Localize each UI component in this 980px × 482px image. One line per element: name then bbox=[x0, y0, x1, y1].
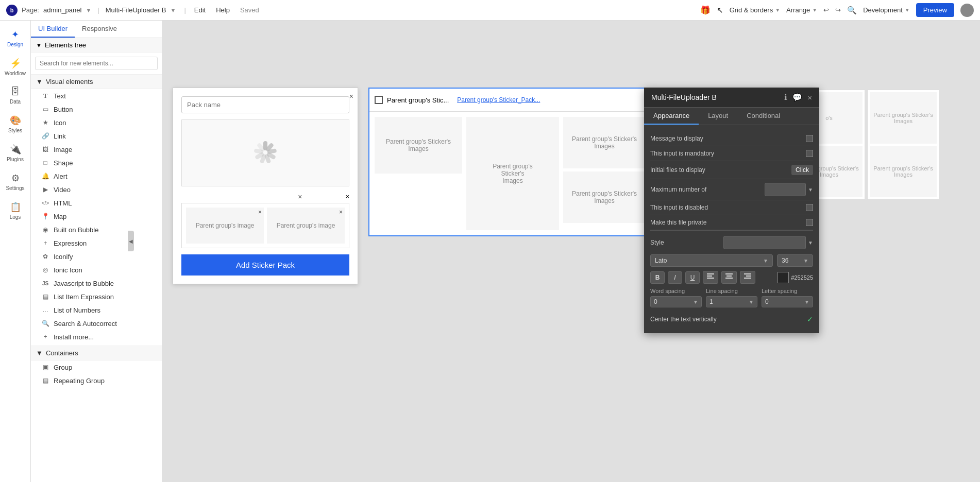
sidebar-item-ionic[interactable]: ◎ Ionic Icon bbox=[31, 263, 162, 277]
sidebar-item-button[interactable]: ▭ Button bbox=[31, 102, 162, 116]
expression-icon: + bbox=[41, 239, 49, 247]
nav-settings[interactable]: ⚙ Settings bbox=[0, 168, 30, 195]
grid-borders-btn[interactable]: Grid & borders ▼ bbox=[730, 6, 780, 14]
sidebar-item-alert[interactable]: 🔔 Alert bbox=[31, 169, 162, 183]
private-checkbox[interactable] bbox=[806, 219, 813, 226]
center-vertical-check[interactable]: ✓ bbox=[807, 315, 813, 323]
avatar[interactable] bbox=[960, 4, 974, 17]
nav-workflow[interactable]: ⚡ Workflow bbox=[0, 54, 30, 80]
sticker-panel-checkbox[interactable] bbox=[375, 96, 383, 104]
letter-spacing-control[interactable]: 0 ▼ bbox=[762, 296, 813, 307]
sidebar-item-js[interactable]: JS Javascript to Bubble bbox=[31, 277, 162, 290]
max-number-dropdown[interactable] bbox=[765, 183, 806, 196]
word-spacing-control[interactable]: 0 ▼ bbox=[650, 296, 702, 307]
page-dropdown-icon[interactable]: ▼ bbox=[86, 7, 91, 13]
color-swatch[interactable] bbox=[778, 272, 789, 283]
arrange-btn[interactable]: Arrange ▼ bbox=[786, 6, 817, 14]
tab-name[interactable]: Multi-FileUploader B bbox=[106, 6, 166, 14]
sidebar-item-repeating-group[interactable]: ▤ Repeating Group bbox=[31, 374, 162, 387]
sidebar-item-group[interactable]: ▣ Group bbox=[31, 360, 162, 374]
nav-styles[interactable]: 🎨 Styles bbox=[0, 111, 30, 137]
sidebar-item-image[interactable]: 🖼 Image bbox=[31, 143, 162, 156]
sticker-panel-title: Parent group's Stic... bbox=[387, 96, 449, 104]
upload-cell-close-1[interactable]: × bbox=[258, 209, 262, 216]
tab-layout[interactable]: Layout bbox=[699, 108, 737, 125]
video-icon: ▶ bbox=[41, 185, 49, 194]
undo-btn[interactable]: ↩ bbox=[823, 6, 829, 14]
sidebar-item-shape[interactable]: □ Shape bbox=[31, 156, 162, 169]
redo-btn[interactable]: ↪ bbox=[835, 6, 841, 14]
saved-status: Saved bbox=[240, 6, 259, 14]
tab-ui-builder[interactable]: UI Builder bbox=[31, 21, 75, 38]
mandatory-checkbox[interactable] bbox=[806, 150, 813, 157]
sidebar-item-iconify[interactable]: ✿ Iconify bbox=[31, 250, 162, 263]
tab-conditional[interactable]: Conditional bbox=[737, 108, 789, 125]
sidebar-item-text-label: Text bbox=[54, 92, 66, 100]
sidebar-item-expression[interactable]: + Expression bbox=[31, 236, 162, 250]
search-input[interactable] bbox=[35, 57, 158, 70]
align-center-button[interactable] bbox=[721, 271, 737, 284]
search-icon[interactable]: 🔍 bbox=[847, 6, 857, 15]
sidebar-item-map[interactable]: 📍 Map bbox=[31, 210, 162, 223]
cursor-icon[interactable]: ↖ bbox=[717, 6, 723, 15]
containers-section[interactable]: ▼ Containers bbox=[31, 346, 162, 360]
env-dropdown[interactable]: Development ▼ bbox=[863, 6, 910, 14]
nav-plugins[interactable]: 🔌 Plugins bbox=[0, 140, 30, 166]
pack-name-input[interactable] bbox=[181, 96, 349, 113]
sticker-main-image: Parent group'sSticker'sImages bbox=[466, 117, 559, 230]
props-chat-icon[interactable]: 💬 bbox=[792, 93, 802, 102]
collapse-handle[interactable]: ◀ bbox=[128, 231, 134, 251]
nav-data[interactable]: 🗄 Data bbox=[0, 82, 30, 109]
tab-appearance[interactable]: Appearance bbox=[644, 108, 699, 125]
help-menu[interactable]: Help bbox=[216, 6, 230, 14]
line-spacing-label: Line spacing bbox=[706, 288, 757, 294]
tab-responsive[interactable]: Responsive bbox=[75, 21, 124, 38]
sidebar-item-video[interactable]: ▶ Video bbox=[31, 183, 162, 196]
align-right-button[interactable] bbox=[740, 271, 755, 284]
props-panel: Multi-FileUploader B ℹ 💬 × Appearance La… bbox=[644, 88, 819, 333]
canvas: × bbox=[162, 21, 980, 482]
underline-button[interactable]: U bbox=[685, 271, 700, 284]
bold-button[interactable]: B bbox=[650, 271, 665, 284]
page-name[interactable]: admin_panel bbox=[43, 6, 81, 14]
upload-close-1[interactable]: × bbox=[298, 193, 302, 201]
message-display-checkbox[interactable] bbox=[806, 135, 813, 142]
disabled-checkbox[interactable] bbox=[806, 204, 813, 211]
sidebar-item-text[interactable]: T Text bbox=[31, 89, 162, 102]
topbar: b Page: admin_panel ▼ | Multi-FileUpload… bbox=[0, 0, 980, 21]
word-spacing-label: Word spacing bbox=[650, 288, 702, 294]
style-dropdown[interactable] bbox=[723, 236, 806, 249]
list-numbers-icon: … bbox=[41, 306, 49, 314]
italic-button[interactable]: I bbox=[668, 271, 682, 284]
upload-cell-close-2[interactable]: × bbox=[339, 209, 343, 216]
edit-menu[interactable]: Edit bbox=[194, 6, 206, 14]
gift-icon[interactable]: 🎁 bbox=[700, 5, 711, 15]
props-info-icon[interactable]: ℹ bbox=[784, 93, 787, 102]
sidebar-item-html[interactable]: </> HTML bbox=[31, 196, 162, 210]
visual-elements-section[interactable]: ▼ Visual elements bbox=[31, 75, 162, 89]
font-size-selector[interactable]: 36 ▼ bbox=[777, 254, 813, 267]
sidebar-item-list-numbers[interactable]: … List of Numbers bbox=[31, 303, 162, 317]
font-selector[interactable]: Lato ▼ bbox=[650, 254, 773, 267]
upload-close-2[interactable]: × bbox=[345, 193, 349, 201]
props-close-icon[interactable]: × bbox=[807, 93, 812, 102]
sticker-main-image-text: Parent group'sSticker'sImages bbox=[493, 163, 533, 184]
sticker-panel-link[interactable]: Parent group's Sticker_Pack... bbox=[457, 96, 540, 104]
initial-files-value[interactable]: Click bbox=[791, 165, 813, 175]
sidebar-item-icon[interactable]: ★ Icon bbox=[31, 116, 162, 129]
form-modal-close[interactable]: × bbox=[349, 92, 353, 100]
form-modal-body: × × × Parent group's image × Parent grou… bbox=[173, 88, 358, 284]
sidebar-item-search[interactable]: 🔍 Search & Autocorrect bbox=[31, 317, 162, 330]
preview-button[interactable]: Preview bbox=[916, 3, 954, 17]
nav-design[interactable]: ✦ Design bbox=[0, 25, 30, 51]
tab-dropdown-icon[interactable]: ▼ bbox=[170, 7, 176, 13]
sidebar-item-install-more[interactable]: + Install more... bbox=[31, 330, 162, 343]
sidebar-item-builtonbubble[interactable]: ◉ Built on Bubble bbox=[31, 223, 162, 236]
nav-logs[interactable]: 📋 Logs bbox=[0, 197, 30, 224]
sidebar-item-list-item-expression[interactable]: ▤ List Item Expression bbox=[31, 290, 162, 303]
align-left-button[interactable] bbox=[703, 271, 718, 284]
sidebar-item-link[interactable]: 🔗 Link bbox=[31, 129, 162, 143]
add-sticker-pack-button[interactable]: Add Sticker Pack bbox=[181, 254, 349, 276]
elements-tree-header[interactable]: ▼ Elements tree bbox=[31, 38, 162, 53]
line-spacing-control[interactable]: 1 ▼ bbox=[706, 296, 757, 307]
